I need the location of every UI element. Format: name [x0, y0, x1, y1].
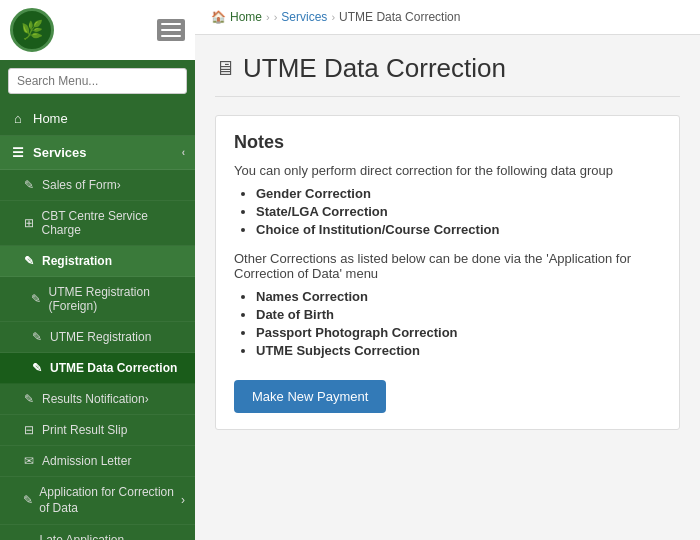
content-area: 🖥 UTME Data Correction Notes You can onl… — [195, 35, 700, 464]
direct-corrections-list: Gender Correction State/LGA Correction C… — [256, 186, 661, 237]
registration-icon: ✎ — [22, 254, 36, 268]
direct-item-3: Choice of Institution/Course Correction — [256, 222, 661, 237]
sidebar-item-utme-registration[interactable]: ✎ UTME Registration — [0, 322, 195, 353]
utme-foreign-icon: ✎ — [30, 292, 42, 306]
sidebar-item-late-application[interactable]: ⊕ Late Application (Regularisation) › — [0, 525, 195, 540]
notes-title: Notes — [234, 132, 661, 153]
page-title: 🖥 UTME Data Correction — [215, 53, 680, 97]
breadcrumb-sep3: › — [331, 11, 335, 23]
results-icon: ✎ — [22, 392, 36, 406]
other-item-3: Passport Photograph Correction — [256, 325, 661, 340]
page-title-icon: 🖥 — [215, 57, 235, 80]
print-icon: ⊟ — [22, 423, 36, 437]
results-chevron-icon: › — [145, 392, 149, 406]
sidebar-item-print-result[interactable]: ⊟ Print Result Slip — [0, 415, 195, 446]
sidebar: 🌿 ⌂ Home ☰ Services ‹ ✎ Sales of Form › … — [0, 0, 195, 540]
direct-item-2: State/LGA Correction — [256, 204, 661, 219]
sales-icon: ✎ — [22, 178, 36, 192]
breadcrumb-home: Home — [230, 10, 262, 24]
notes-section: Notes You can only perform direct correc… — [215, 115, 680, 430]
search-input[interactable] — [8, 68, 187, 94]
sidebar-item-admission-letter[interactable]: ✉ Admission Letter — [0, 446, 195, 477]
logo-emblem: 🌿 — [10, 8, 54, 52]
other-item-1: Names Correction — [256, 289, 661, 304]
other-item-4: UTME Subjects Correction — [256, 343, 661, 358]
home-icon: ⌂ — [10, 111, 26, 126]
sidebar-item-utme-registration-label: UTME Registration — [50, 330, 151, 344]
services-icon: ☰ — [10, 145, 26, 160]
utme-reg-icon: ✎ — [30, 330, 44, 344]
app-correction-chevron-icon: › — [181, 493, 185, 509]
breadcrumb-sep1: › — [266, 11, 270, 23]
sidebar-logo: 🌿 — [0, 0, 195, 60]
sidebar-item-app-correction-label: Application for Correction of Data — [39, 485, 181, 516]
sidebar-item-admission-label: Admission Letter — [42, 454, 131, 468]
sidebar-item-home-label: Home — [33, 111, 68, 126]
sidebar-item-cbt-label: CBT Centre Service Charge — [41, 209, 185, 237]
main-content: 🏠 Home › › Services › UTME Data Correcti… — [195, 0, 700, 540]
sidebar-item-application-correction[interactable]: ✎ Application for Correction of Data › — [0, 477, 195, 525]
sidebar-item-results-notification[interactable]: ✎ Results Notification › — [0, 384, 195, 415]
make-new-payment-button[interactable]: Make New Payment — [234, 380, 386, 413]
services-chevron-icon: ‹ — [182, 147, 185, 158]
breadcrumb-current: UTME Data Correction — [339, 10, 460, 24]
sidebar-item-print-label: Print Result Slip — [42, 423, 127, 437]
search-box — [0, 60, 195, 102]
page-title-text: UTME Data Correction — [243, 53, 506, 84]
cbt-icon: ⊞ — [22, 216, 35, 230]
sidebar-item-late-app-label: Late Application (Regularisation) — [39, 533, 181, 540]
other-corrections-list: Names Correction Date of Birth Passport … — [256, 289, 661, 358]
sidebar-item-registration[interactable]: ✎ Registration — [0, 246, 195, 277]
other-corrections-desc: Other Corrections as listed below can be… — [234, 251, 661, 281]
sales-chevron-icon: › — [117, 178, 121, 192]
sidebar-item-sales-label: Sales of Form — [42, 178, 117, 192]
sidebar-item-sales-of-form[interactable]: ✎ Sales of Form › — [0, 170, 195, 201]
sidebar-item-utme-foreign[interactable]: ✎ UTME Registration (Foreign) — [0, 277, 195, 322]
other-item-2: Date of Birth — [256, 307, 661, 322]
breadcrumb: 🏠 Home › › Services › UTME Data Correcti… — [195, 0, 700, 35]
sidebar-item-registration-label: Registration — [42, 254, 112, 268]
app-correction-icon: ✎ — [22, 493, 33, 509]
utme-data-icon: ✎ — [30, 361, 44, 375]
sidebar-item-utme-data-correction[interactable]: ✎ UTME Data Correction — [0, 353, 195, 384]
sidebar-item-utme-data-correction-label: UTME Data Correction — [50, 361, 177, 375]
admission-icon: ✉ — [22, 454, 36, 468]
hamburger-button[interactable] — [157, 19, 185, 41]
direct-item-1: Gender Correction — [256, 186, 661, 201]
sidebar-item-home[interactable]: ⌂ Home — [0, 102, 195, 136]
breadcrumb-services[interactable]: Services — [281, 10, 327, 24]
sidebar-item-results-label: Results Notification — [42, 392, 145, 406]
sidebar-item-utme-foreign-label: UTME Registration (Foreign) — [48, 285, 185, 313]
sidebar-item-services[interactable]: ☰ Services ‹ — [0, 136, 195, 170]
sidebar-item-cbt[interactable]: ⊞ CBT Centre Service Charge — [0, 201, 195, 246]
breadcrumb-sep2: › — [274, 11, 278, 23]
breadcrumb-home-icon: 🏠 — [211, 10, 226, 24]
sidebar-item-services-label: Services — [33, 145, 87, 160]
notes-description: You can only perform direct correction f… — [234, 163, 661, 178]
